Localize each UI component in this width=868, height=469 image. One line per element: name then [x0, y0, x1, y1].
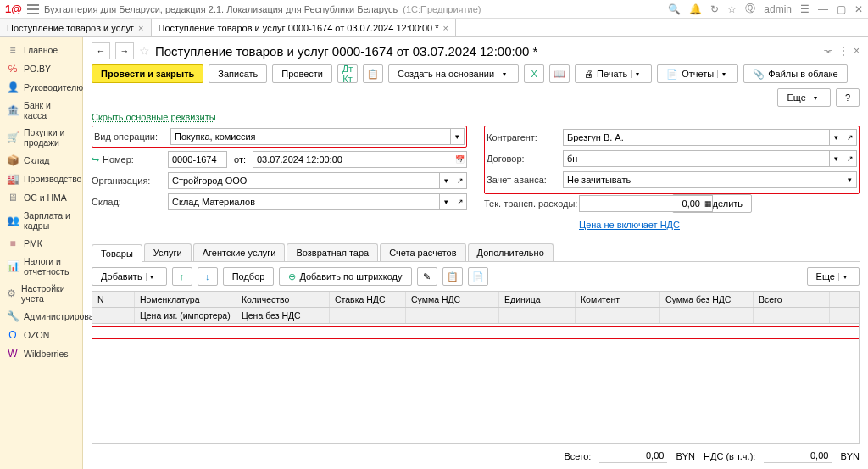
dropdown-icon[interactable]: ▾ [830, 129, 843, 146]
contragent-input[interactable] [563, 129, 830, 146]
sidebar-item-11[interactable]: ⚙Настройки учета [0, 280, 82, 307]
grid-col-header[interactable]: N [92, 292, 135, 307]
price-no-vat-link[interactable]: Цена не включает НДС [579, 220, 680, 230]
grid-empty-row[interactable] [92, 326, 859, 339]
back-button[interactable]: ← [92, 42, 110, 59]
add-button[interactable]: Добавить▾ [92, 267, 167, 286]
sidebar-item-9[interactable]: ■РМК [0, 234, 82, 253]
window-close-icon[interactable]: × [854, 45, 860, 57]
search-icon[interactable]: 🔍 [668, 3, 681, 15]
grid-col-header[interactable]: Единица [499, 292, 576, 307]
sidebar-item-13[interactable]: OOZON [0, 326, 82, 344]
grid-col-header[interactable]: Всего [754, 292, 830, 307]
grid-col-header[interactable]: Сумма без НДС [660, 292, 754, 307]
minimize-icon[interactable]: — [818, 3, 828, 15]
grid-col-header[interactable]: Сумма НДС [406, 292, 499, 307]
dropdown-icon[interactable]: ▾ [843, 171, 857, 188]
reports-button[interactable]: 📄 Отчеты▾ [657, 64, 738, 83]
dropdown-icon[interactable]: ▾ [440, 193, 453, 210]
options-icon[interactable]: ☰ [800, 3, 810, 15]
select-button[interactable]: Подбор [223, 267, 275, 286]
sub-tab-2[interactable]: Агентские услуги [193, 243, 286, 261]
print-button[interactable]: 🖨 Печать▾ [575, 64, 652, 83]
grid-col-header[interactable]: Номенклатура [135, 292, 236, 307]
copy-icon[interactable]: 📋 [363, 64, 383, 83]
create-based-button[interactable]: Создать на основании▾ [388, 64, 519, 83]
paste-rows-icon[interactable]: 📄 [468, 267, 488, 286]
post-and-close-button[interactable]: Провести и закрыть [92, 64, 203, 83]
hide-main-req-link[interactable]: Скрыть основные реквизиты [92, 112, 216, 122]
menu-icon[interactable] [27, 4, 39, 14]
move-down-icon[interactable]: ↓ [198, 267, 218, 286]
dropdown-icon[interactable]: ▾ [440, 172, 453, 189]
tab-list[interactable]: Поступление товаров и услуг × [0, 19, 152, 36]
sub-tab-4[interactable]: Счета расчетов [380, 243, 465, 261]
user-label[interactable]: admin [764, 3, 792, 15]
contract-input[interactable] [563, 150, 830, 167]
sub-tab-5[interactable]: Дополнительно [468, 243, 554, 261]
open-icon[interactable]: ↗ [843, 129, 857, 146]
forward-button[interactable]: → [115, 42, 134, 59]
sidebar-item-10[interactable]: 📊Налоги и отчетность [0, 253, 82, 280]
copy-rows-icon[interactable]: 📋 [442, 267, 463, 286]
calc-icon[interactable]: ▦ [704, 195, 713, 212]
open-icon[interactable]: ↗ [453, 172, 467, 189]
dropdown-icon[interactable]: ▾ [830, 150, 843, 167]
number-input[interactable] [168, 151, 227, 168]
link-icon[interactable]: ⫘ [823, 45, 833, 57]
excel-icon[interactable]: X [524, 64, 544, 83]
favorite-icon[interactable]: ☆ [139, 44, 150, 58]
tab-document[interactable]: Поступление товаров и услуг 0000-1674 от… [152, 19, 456, 36]
sub-tab-3[interactable]: Возвратная тара [287, 243, 378, 261]
more-button[interactable]: Еще▾ [777, 88, 830, 107]
sidebar-item-0[interactable]: ≡Главное [0, 41, 82, 59]
sidebar-item-4[interactable]: 🛒Покупки и продажи [0, 124, 82, 151]
app-title: Бухгалтерия для Беларуси, редакция 2.1. … [44, 4, 398, 14]
date-input[interactable] [253, 151, 453, 168]
cloud-files-button[interactable]: 📎 Файлы в облаке [743, 64, 847, 83]
sub-tab-0[interactable]: Товары [92, 244, 142, 262]
book-icon[interactable]: 📖 [549, 64, 570, 83]
help-button[interactable]: ? [836, 88, 860, 107]
sidebar-item-12[interactable]: 🔧Администрирование [0, 307, 82, 326]
grid-col-header[interactable]: Количество [236, 292, 330, 307]
maximize-icon[interactable]: ▢ [837, 3, 846, 15]
sidebar-item-14[interactable]: WWildberries [0, 344, 82, 363]
tab-close-icon[interactable]: × [443, 23, 448, 33]
save-button[interactable]: Записать [209, 64, 267, 83]
history-icon[interactable]: ↻ [710, 3, 719, 15]
open-icon[interactable]: ↗ [453, 193, 467, 210]
add-barcode-button[interactable]: ⊕ Добавить по штрихкоду [279, 267, 411, 286]
sidebar-item-8[interactable]: 👥Зарплата и кадры [0, 207, 82, 234]
star-icon[interactable]: ☆ [727, 3, 737, 15]
dropdown-icon[interactable]: ▾ [451, 128, 465, 145]
bulk-edit-icon[interactable]: ✎ [417, 267, 437, 286]
sidebar-item-5[interactable]: 📦Склад [0, 151, 82, 170]
movement-icon[interactable]: ДтКт [337, 64, 358, 83]
move-up-icon[interactable]: ↑ [172, 267, 192, 286]
grid-more-button[interactable]: Еще▾ [807, 267, 860, 286]
op-type-input[interactable] [170, 128, 451, 145]
grid-col-header[interactable]: Ставка НДС [330, 292, 406, 307]
sidebar-icon: 🖥 [7, 192, 19, 204]
sidebar-item-2[interactable]: 👤Руководителю [0, 78, 82, 97]
window-more-icon[interactable]: ⋮ [838, 45, 849, 57]
tab-close-icon[interactable]: × [138, 23, 143, 33]
sidebar-item-1[interactable]: ℅PO.BY [0, 59, 82, 78]
sidebar-item-3[interactable]: 🏦Банк и касса [0, 97, 82, 124]
org-input[interactable] [168, 172, 440, 189]
advance-input[interactable] [563, 171, 843, 188]
items-grid[interactable]: NНоменклатураКоличествоСтавка НДССумма Н… [92, 291, 860, 444]
sub-tab-1[interactable]: Услуги [144, 243, 192, 261]
grid-col-header[interactable]: Комитент [576, 292, 660, 307]
sidebar-item-7[interactable]: 🖥ОС и НМА [0, 188, 82, 207]
services-icon[interactable]: Ⓠ [745, 2, 755, 16]
bell-icon[interactable]: 🔔 [689, 3, 702, 15]
transp-input[interactable] [579, 195, 704, 212]
close-icon[interactable]: ✕ [854, 3, 863, 15]
post-button[interactable]: Провести [272, 64, 332, 83]
open-icon[interactable]: ↗ [843, 150, 857, 167]
calendar-icon[interactable]: 📅 [453, 151, 467, 168]
sidebar-item-6[interactable]: 🏭Производство [0, 170, 82, 188]
warehouse-input[interactable] [168, 193, 440, 210]
